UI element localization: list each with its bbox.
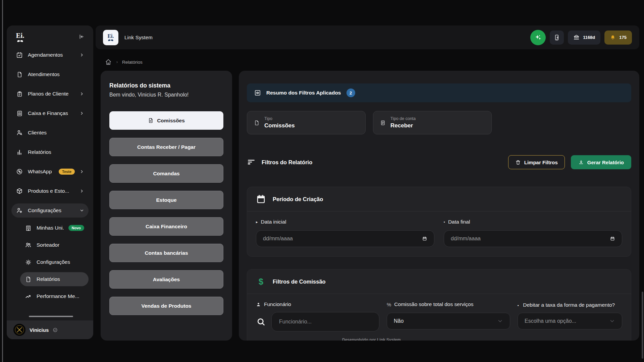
sidebar-item-whatsapp[interactable]: WhatsApp Teste <box>11 165 89 179</box>
triangle-bullet-icon: ▸ <box>256 220 258 224</box>
report-button-comissoes[interactable]: Comissões <box>109 111 223 130</box>
person-search-icon <box>16 129 23 136</box>
breadcrumb: › Relatórios <box>105 58 143 66</box>
sidebar-item-configuracoes[interactable]: Configurações <box>11 203 89 218</box>
sidebar-item-caixa-e-financas[interactable]: Caixa e Finanças <box>11 106 89 120</box>
window-edge <box>2 0 3 362</box>
employee-search-row <box>256 312 379 331</box>
sidebar-collapse-button[interactable] <box>77 32 86 41</box>
sidebar-item-produtos-e-estoque[interactable]: Produtos e Esto... <box>11 184 89 198</box>
teste-badge: Teste <box>59 169 75 175</box>
sidebar-item-agendamentos[interactable]: Agendamentos <box>11 48 89 62</box>
commission-card-title: Filtros de Comissão <box>273 279 326 285</box>
device-gear-icon <box>553 34 560 41</box>
sidebar-nav: Agendamentos Atendimentos Planos de Clie… <box>7 44 93 314</box>
app-name: Link System <box>124 35 153 40</box>
app-window: Ei. Agendamentos Atendimentos Planos de … <box>0 0 644 362</box>
user-menu[interactable]: Vinicius <box>7 320 93 339</box>
person-icon <box>256 302 261 307</box>
verified-badge-icon <box>53 327 58 333</box>
logo-text: Ei. <box>107 34 114 39</box>
bell-icon <box>610 35 616 41</box>
bank-balance-value: 1168d <box>583 35 595 40</box>
report-button-comandas[interactable]: Comandas <box>109 164 223 183</box>
chip-label: Tipo <box>264 116 295 121</box>
chip-label: Tipo de conta <box>390 116 416 121</box>
chip-value: Comissões <box>264 122 295 129</box>
filter-chip-tipo-de-conta: Tipo de conta Receber <box>373 111 492 134</box>
bank-balance-button[interactable]: 1168d <box>568 31 600 45</box>
sidebar-subitem-performance[interactable]: Performance Me... <box>20 289 89 303</box>
report-button-estoque[interactable]: Estoque <box>109 191 223 209</box>
start-date-field: ▸ Data inicial dd/mm/aaaa <box>256 219 434 247</box>
sidebar-subitem-minhas-unidades[interactable]: Minhas Uni... Novo <box>20 221 89 235</box>
debit-fee-select[interactable]: Escolha uma opção... <box>518 313 622 329</box>
sidebar-item-label: Planos de Cliente <box>28 91 75 97</box>
date-picker-icon[interactable] <box>422 236 427 241</box>
novo-badge: Novo <box>68 225 85 231</box>
commission-card-header: $ Filtros de Comissão <box>247 269 631 294</box>
phone-circle-icon <box>16 168 23 175</box>
sidebar-item-clientes[interactable]: Clientes <box>11 126 89 140</box>
generate-report-button[interactable]: Gerar Relatório <box>571 155 631 169</box>
file-icon <box>16 71 23 78</box>
building-icon <box>24 225 32 231</box>
device-settings-button[interactable] <box>550 31 564 45</box>
debit-fee-field: ▪ Debitar a taxa da forma de pagamento? … <box>518 301 622 331</box>
chevron-right-icon <box>79 111 84 116</box>
debit-fee-label: ▪ Debitar a taxa da forma de pagamento? <box>518 301 622 309</box>
chevron-down-icon <box>79 208 84 213</box>
filters-summary-bar: Resumo dos Filtros Aplicados 2 <box>247 83 631 102</box>
sidebar: Ei. Agendamentos Atendimentos Planos de … <box>7 25 93 339</box>
trend-up-icon <box>24 293 32 300</box>
breadcrumb-current[interactable]: Relatórios <box>122 60 143 65</box>
sidebar-subitem-configuracoes[interactable]: Configurações <box>20 255 89 269</box>
period-card-header: Período de Criação <box>247 187 631 211</box>
sidebar-item-atendimentos[interactable]: Atendimentos <box>11 67 89 81</box>
clipboard-icon <box>16 91 23 97</box>
chevron-right-icon <box>79 169 84 174</box>
date-picker-icon[interactable] <box>610 236 615 241</box>
commission-total-select[interactable]: Não <box>387 313 510 329</box>
search-icon <box>256 317 266 327</box>
commission-total-label: % Comissão sobre total dos serviços <box>387 301 510 307</box>
sidebar-item-label: Configurações <box>28 207 75 214</box>
notifications-button[interactable]: 175 <box>604 31 632 45</box>
report-button-caixa-financeiro[interactable]: Caixa Financeiro <box>109 217 223 236</box>
breadcrumb-separator: › <box>116 60 118 64</box>
square-bullet-icon: ▪ <box>518 303 519 307</box>
clear-filters-button[interactable]: Limpar Filtros <box>508 155 565 169</box>
app-logo: Ei. <box>103 30 118 45</box>
sidebar-header: Ei. <box>7 25 93 44</box>
employee-search-input[interactable] <box>271 312 379 331</box>
commission-card-body: Funcionário % Comissão sobre total dos s… <box>247 294 631 341</box>
report-type-list: Comissões Contas Receber / Pagar Comanda… <box>109 111 223 315</box>
app-header: Ei. Link System 1168d 175 <box>96 25 639 49</box>
sidebar-subitem-relatorios[interactable]: Relatórios <box>20 272 89 286</box>
sidebar-item-label: Sorteador <box>37 242 84 248</box>
start-date-input[interactable]: dd/mm/aaaa <box>256 230 434 247</box>
chevron-right-icon <box>79 92 84 96</box>
ai-sparkles-button[interactable] <box>530 30 546 45</box>
sparkles-icon <box>534 34 542 41</box>
sidebar-subitem-sorteador[interactable]: Sorteador <box>20 238 89 252</box>
end-date-input[interactable]: dd/mm/aaaa <box>444 230 622 247</box>
summary-count-badge: 2 <box>346 88 355 97</box>
sidebar-item-relatorios[interactable]: Relatórios <box>11 145 89 159</box>
sidebar-item-planos-de-cliente[interactable]: Planos de Cliente <box>11 87 89 101</box>
welcome-message: Bem vindo, Vinicius R. Spanholo! <box>109 92 223 98</box>
sidebar-scrollbar[interactable] <box>29 316 73 317</box>
file-icon <box>254 120 260 126</box>
trash-icon <box>515 160 521 165</box>
report-button-vendas-de-produtos[interactable]: Vendas de Produtos <box>109 297 223 315</box>
home-icon[interactable] <box>105 58 112 66</box>
chip-value: Receber <box>390 122 416 129</box>
sidebar-item-label: Relatórios <box>28 149 84 155</box>
page-scrollbar[interactable] <box>642 292 643 359</box>
header-actions: 1168d 175 <box>530 30 632 45</box>
calculator-icon <box>16 110 23 117</box>
report-button-contas-bancarias[interactable]: Contas bancárias <box>109 244 223 262</box>
report-button-avaliacoes[interactable]: Avaliações <box>109 270 223 289</box>
report-button-contas-receber-pagar[interactable]: Contas Receber / Pagar <box>109 138 223 156</box>
logo-text: Ei. <box>16 32 24 39</box>
